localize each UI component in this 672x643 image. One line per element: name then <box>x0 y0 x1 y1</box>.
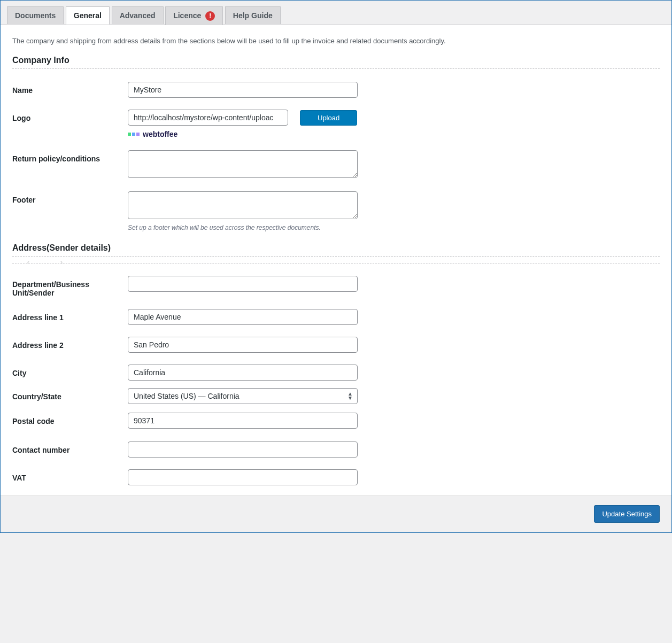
department-label: Department/Business Unit/Sender <box>12 276 128 297</box>
return-policy-label: Return policy/conditions <box>12 150 128 163</box>
footer-actions: Update Settings <box>1 495 671 532</box>
footer-label: Footer <box>12 191 128 204</box>
section-address-title: Address(Sender details) <box>12 235 660 257</box>
logo-label: Logo <box>12 110 128 122</box>
row-address1: Address line 1 <box>12 300 660 328</box>
tab-documents[interactable]: Documents <box>7 6 64 24</box>
row-postal: Postal code <box>12 408 660 433</box>
logo-url-input[interactable] <box>128 110 288 126</box>
row-name: Name <box>12 73 660 101</box>
tab-licence-label: Licence <box>173 11 201 20</box>
alert-badge-icon: ! <box>205 11 215 21</box>
tab-licence[interactable]: Licence ! <box>165 6 223 25</box>
intro-text: The company and shipping from address de… <box>12 34 660 51</box>
logo-brand-text: webtoffee <box>143 130 177 138</box>
row-footer: Footer Set up a footer which will be use… <box>12 183 660 235</box>
city-label: City <box>12 365 128 377</box>
vat-input[interactable] <box>128 469 358 485</box>
tab-general[interactable]: General <box>66 6 110 25</box>
settings-page: Documents General Advanced Licence ! Hel… <box>0 0 672 533</box>
footer-textarea[interactable] <box>128 191 358 219</box>
update-settings-button[interactable]: Update Settings <box>594 505 660 523</box>
webtoffee-icon <box>128 133 140 136</box>
footer-helper-text: Set up a footer which will be used acros… <box>128 224 358 231</box>
tab-help-guide[interactable]: Help Guide <box>225 6 281 24</box>
address2-label: Address line 2 <box>12 337 128 350</box>
row-contact: Contact number <box>12 433 660 461</box>
contact-label: Contact number <box>12 441 128 454</box>
address2-input[interactable] <box>128 337 358 353</box>
vat-label: VAT <box>12 469 128 482</box>
tab-advanced[interactable]: Advanced <box>112 6 164 24</box>
city-input[interactable] <box>128 365 358 381</box>
row-department: Department/Business Unit/Sender <box>12 267 660 300</box>
row-city: City <box>12 356 660 384</box>
tab-bar: Documents General Advanced Licence ! Hel… <box>1 1 671 25</box>
row-country: Country/State United States (US) — Calif… <box>12 384 660 408</box>
settings-panel: The company and shipping from address de… <box>1 25 671 495</box>
country-label: Country/State <box>12 388 128 401</box>
row-address2: Address line 2 <box>12 328 660 356</box>
contact-input[interactable] <box>128 441 358 458</box>
country-select[interactable]: United States (US) — California ▲▼ <box>128 388 358 404</box>
country-select-value: United States (US) — California <box>128 389 357 404</box>
name-input[interactable] <box>128 82 358 98</box>
address1-input[interactable] <box>128 309 358 325</box>
upload-button[interactable]: Upload <box>300 110 357 126</box>
row-return-policy: Return policy/conditions <box>12 142 660 183</box>
row-logo: Logo Upload webtoffee <box>12 101 660 142</box>
postal-input[interactable] <box>128 413 358 429</box>
return-policy-textarea[interactable] <box>128 150 358 178</box>
section-address-peek: ( ) <box>12 257 660 264</box>
postal-label: Postal code <box>12 413 128 425</box>
address1-label: Address line 1 <box>12 309 128 322</box>
department-input[interactable] <box>128 276 358 292</box>
name-label: Name <box>12 82 128 95</box>
row-vat: VAT <box>12 461 660 489</box>
logo-preview: webtoffee <box>128 130 357 138</box>
section-company-title: Company Info <box>12 51 660 69</box>
chevron-updown-icon: ▲▼ <box>347 392 353 400</box>
